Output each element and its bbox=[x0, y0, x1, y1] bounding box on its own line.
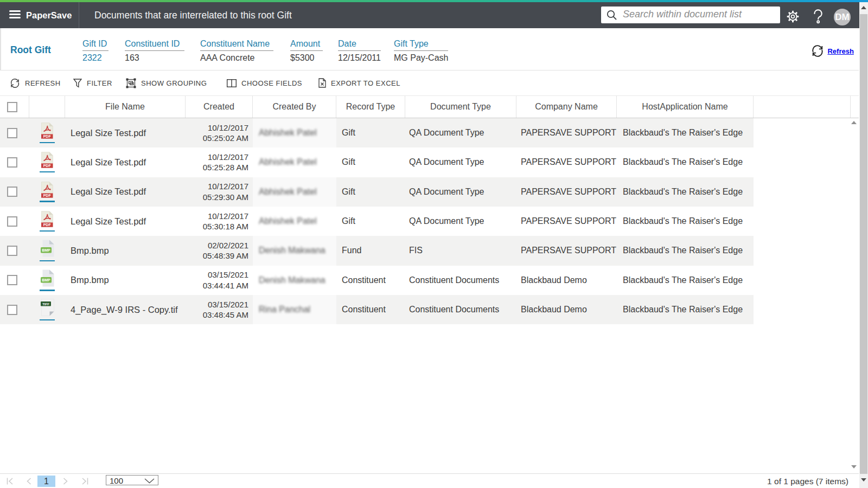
svg-text:BMP: BMP bbox=[42, 278, 50, 282]
svg-text:BMP: BMP bbox=[42, 248, 50, 252]
svg-text:PDF: PDF bbox=[43, 134, 52, 138]
svg-text:PDF: PDF bbox=[43, 223, 52, 227]
svg-text:PDF: PDF bbox=[43, 194, 52, 197]
svg-text:PDF: PDF bbox=[43, 164, 52, 168]
svg-text:TIFF: TIFF bbox=[42, 303, 49, 306]
